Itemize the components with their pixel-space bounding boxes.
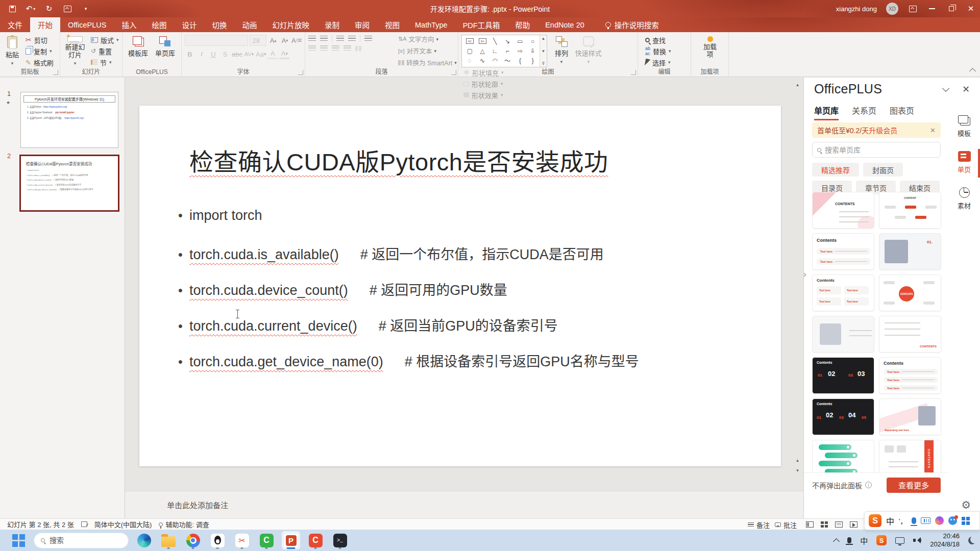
slide-body[interactable]: •import torch •torch.cuda.is_available()… (178, 208, 639, 386)
taskbar-app-terminal[interactable]: >_ (331, 531, 349, 549)
gallery-more-icon[interactable]: ⊽ (542, 61, 545, 66)
tab-slideshow[interactable]: 幻灯片放映 (265, 17, 317, 32)
clear-formatting-button[interactable]: A⌫ (291, 35, 302, 45)
slide1-thumbnail[interactable]: Pytorch开发环境安装配置步骤(Windows 11) 1. 安装Pytho… (20, 92, 118, 148)
punctuation-icon[interactable]: '， (899, 516, 906, 525)
promo-banner[interactable]: 首单低至¥0.2/天 升级会员 ✕ (812, 122, 941, 138)
info-icon[interactable]: i (865, 482, 872, 488)
restore-button[interactable] (946, 4, 957, 14)
bullets-icon[interactable] (308, 36, 316, 41)
tab-review[interactable]: 审阅 (347, 17, 377, 32)
taskbar-app-edge[interactable] (135, 531, 153, 549)
taskbar-app-explorer[interactable] (159, 531, 178, 549)
taskbar-app-powerpoint[interactable] (282, 531, 300, 549)
emoji-icon[interactable] (948, 516, 957, 525)
rail-item-pages[interactable]: 单页 (948, 151, 980, 174)
panel-collapse-icon[interactable]: › (803, 269, 806, 280)
tray-sogou-icon[interactable]: S (876, 535, 887, 545)
panel-close-icon[interactable]: ✕ (962, 84, 970, 95)
template-card[interactable]: Separating text here (879, 398, 941, 435)
curve-shape-icon[interactable]: 〜 (502, 56, 513, 65)
replace-button[interactable]: abac替换▾ (645, 46, 671, 56)
taskbar-app-green-c[interactable]: C (257, 531, 276, 549)
slide-editing-surface[interactable]: 检查确认CUDA版Pytorch是否安装成功 •import torch •to… (139, 106, 781, 466)
volume-icon[interactable] (913, 537, 921, 544)
bullet-line[interactable]: •torch.cuda.is_available()# 返回一个布尔值，指示CU… (178, 243, 639, 279)
reset-button[interactable]: ↺重置 (91, 46, 119, 56)
tab-animations[interactable]: 动画 (235, 17, 265, 32)
bold-button[interactable]: B (185, 49, 195, 59)
taskbar-app-chrome[interactable] (184, 531, 202, 549)
scroll-up-icon[interactable]: ▲ (794, 81, 801, 89)
slide2-thumbnail[interactable]: 检查确认CUDA版Pytorch是否安装成功 import torch torc… (19, 155, 119, 212)
elbow-arrow-connector-icon[interactable]: ⌐ (502, 46, 513, 56)
tab-endnote[interactable]: EndNote 20 (537, 17, 592, 32)
slideshow-view-icon[interactable] (850, 521, 857, 528)
slide-indicator[interactable]: 幻灯片 第 2 张, 共 2 张 (7, 519, 74, 529)
panel-options-chevron-icon[interactable] (942, 85, 949, 92)
settings-gear-icon[interactable]: ⚙ (961, 499, 971, 511)
template-card[interactable]: Contents 01 02 03 03 (812, 357, 874, 394)
font-dialog-launcher[interactable] (298, 70, 303, 75)
text-direction-button[interactable]: ⇅A文字方向▾ (398, 34, 457, 44)
paste-button[interactable]: 粘贴 ▾ (3, 35, 21, 67)
tab-help[interactable]: 帮助 (507, 17, 537, 32)
tray-ime-mode[interactable]: 中 (860, 535, 868, 546)
template-card[interactable]: CONTENTS (879, 440, 941, 477)
font-size-combo[interactable]: 28 (250, 35, 266, 46)
vertical-textbox-shape-icon[interactable]: ‖A (479, 38, 486, 44)
panel-tab-charts[interactable]: 图表页 (890, 104, 914, 120)
template-card[interactable]: CONTENTS (879, 316, 941, 353)
focus-moon-icon[interactable] (968, 537, 976, 544)
canvas-scrollbar[interactable]: ▲ ▲ ▼ (794, 79, 801, 517)
taskbar-search[interactable] (34, 533, 129, 548)
network-icon[interactable] (895, 537, 904, 544)
template-card[interactable]: 01. (879, 233, 941, 270)
template-card[interactable]: Contents Text here Text here (812, 233, 874, 270)
line-shape-icon[interactable]: ╲ (489, 36, 501, 46)
taskbar-app-qq[interactable] (208, 531, 227, 549)
shrink-font-button[interactable]: A▾ (280, 35, 290, 45)
tab-file[interactable]: 文件 (0, 17, 30, 32)
paragraph-dialog-launcher[interactable] (451, 70, 456, 75)
tab-transitions[interactable]: 切换 (205, 17, 235, 32)
banner-close-icon[interactable]: ✕ (930, 127, 936, 134)
taskbar-app-snip[interactable]: ✂ (233, 531, 251, 549)
skin-icon[interactable] (935, 516, 944, 525)
tab-pdf-toolbox[interactable]: PDF工具箱 (455, 17, 508, 32)
columns-icon[interactable] (355, 46, 361, 51)
reading-view-icon[interactable] (835, 521, 843, 528)
indent-increase-icon[interactable] (348, 36, 356, 41)
bullet-line[interactable]: •torch.cuda.get_device_name(0)# 根据设备索引号返… (178, 350, 639, 386)
dismiss-panel-link[interactable]: 不再弹出此面板 (812, 480, 862, 490)
template-card[interactable]: CONTENTS (879, 274, 941, 311)
taskbar-app-red-c[interactable]: C (306, 531, 325, 549)
arc-shape-icon[interactable]: ◠ (489, 56, 501, 65)
strikethrough-button[interactable]: abc (232, 49, 242, 59)
smartart-button[interactable]: 转换为 SmartArt▾ (398, 58, 457, 67)
right-brace-shape-icon[interactable]: } (527, 56, 538, 65)
page-library-button[interactable]: 单页库 (153, 35, 178, 67)
keyboard-icon[interactable] (921, 517, 930, 524)
format-painter-button[interactable]: ✎格式刷 (26, 57, 54, 67)
next-slide-icon[interactable]: ▼ (794, 466, 801, 474)
template-library-button[interactable]: 模板库 (126, 35, 151, 67)
character-spacing-button[interactable]: AV▾ (244, 49, 254, 59)
textbox-shape-icon[interactable]: A≡ (466, 38, 474, 44)
select-button[interactable]: 选择▾ (645, 57, 671, 67)
notes-pane[interactable]: 单击此处添加备注 (125, 491, 803, 518)
toolbox-icon[interactable] (962, 517, 970, 525)
shadow-button[interactable]: S (220, 49, 230, 59)
rectangle-shape-icon[interactable]: ▭ (514, 36, 526, 46)
tab-draw[interactable]: 绘图 (144, 17, 175, 32)
collapse-ribbon-icon[interactable] (969, 68, 976, 74)
slide-title[interactable]: 检查确认CUDA版Pytorch是否安装成功 (189, 142, 608, 178)
ribbon-display-options-button[interactable] (908, 4, 918, 14)
rounded-rectangle-shape-icon[interactable]: ▢ (464, 46, 476, 56)
shapes-gallery-scrollbar[interactable]: ▲▼⊽ (540, 35, 547, 67)
tab-home[interactable]: 开始 (30, 17, 60, 32)
align-text-button[interactable]: [≡]对齐文本▾ (398, 46, 457, 56)
triangle-shape-icon[interactable]: △ (477, 46, 488, 56)
align-right-icon[interactable] (332, 45, 339, 51)
oval-shape-icon[interactable]: ○ (527, 36, 538, 46)
